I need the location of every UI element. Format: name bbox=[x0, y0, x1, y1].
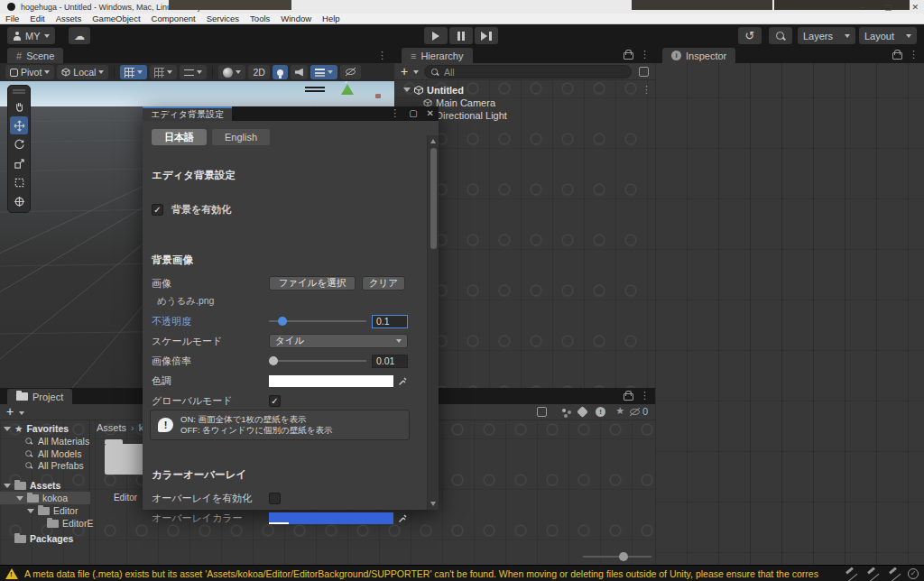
eyedropper-icon[interactable] bbox=[398, 376, 408, 386]
grid-snap-button[interactable] bbox=[120, 65, 147, 79]
tool-settings-button[interactable] bbox=[180, 65, 207, 79]
layers-dropdown[interactable]: Layers bbox=[798, 27, 855, 44]
dialog-scrollbar[interactable] bbox=[427, 135, 439, 510]
play-button[interactable] bbox=[424, 27, 448, 44]
rect-tool-button[interactable] bbox=[10, 173, 28, 191]
hierarchy-search[interactable] bbox=[424, 65, 632, 78]
tree-kokoa-selected[interactable]: kokoa bbox=[0, 492, 90, 504]
close-icon[interactable]: ✕ bbox=[911, 3, 919, 12]
lock-icon[interactable] bbox=[892, 52, 901, 60]
picker-icon[interactable] bbox=[639, 67, 649, 77]
image-scale-slider[interactable] bbox=[269, 360, 366, 362]
tint-color-field[interactable] bbox=[269, 375, 393, 387]
layout-dropdown[interactable]: Layout bbox=[859, 27, 917, 44]
burst-disabled-icon[interactable] bbox=[843, 567, 857, 580]
opacity-slider[interactable] bbox=[269, 320, 366, 322]
rotate-tool-button[interactable] bbox=[10, 135, 28, 153]
hierarchy-row-scene[interactable]: Untitled ⋮ bbox=[403, 83, 651, 97]
scroll-up-icon[interactable] bbox=[430, 139, 436, 143]
foldout-icon[interactable] bbox=[403, 88, 411, 92]
warnings-filter-icon[interactable]: ! bbox=[596, 407, 605, 417]
tree-editorbackground[interactable]: EditorE bbox=[47, 517, 93, 530]
scene-options-icon[interactable]: ⋮ bbox=[642, 84, 651, 96]
scale-mode-dropdown[interactable]: タイル bbox=[269, 334, 408, 348]
lock-icon[interactable] bbox=[624, 52, 632, 60]
add-object-button[interactable]: + bbox=[401, 64, 408, 78]
local-toggle-button[interactable]: Local bbox=[57, 65, 108, 79]
menu-help[interactable]: Help bbox=[317, 14, 346, 23]
dialog-close-icon[interactable]: ✕ bbox=[427, 108, 434, 118]
overlay-drag-handle[interactable] bbox=[13, 89, 25, 94]
effects-button[interactable] bbox=[310, 65, 337, 79]
increment-snap-button[interactable] bbox=[150, 65, 177, 79]
project-menu-icon[interactable]: ⋮ bbox=[640, 390, 650, 401]
step-button[interactable] bbox=[475, 27, 498, 44]
move-tool-button[interactable] bbox=[10, 116, 28, 134]
tab-scene[interactable]: # Scene bbox=[7, 48, 63, 63]
draw-mode-button[interactable] bbox=[218, 65, 245, 79]
pivot-toggle-button[interactable]: Pivot bbox=[5, 65, 54, 79]
status-bar[interactable]: ! A meta data file (.meta) exists but it… bbox=[0, 565, 924, 581]
overlay-enable-checkbox[interactable] bbox=[269, 493, 281, 504]
tree-assets[interactable]: Assets bbox=[4, 479, 60, 492]
favorite-all-materials[interactable]: All Materials bbox=[23, 435, 89, 447]
hierarchy-search-input[interactable] bbox=[444, 67, 597, 78]
scale-tool-button[interactable] bbox=[10, 154, 28, 172]
dialog-tab[interactable]: エディタ背景設定 bbox=[143, 106, 232, 121]
foldout-icon[interactable] bbox=[4, 427, 11, 431]
filter-by-label-icon[interactable] bbox=[577, 406, 588, 418]
image-scale-value-input[interactable] bbox=[372, 355, 408, 368]
y-axis-gizmo-icon[interactable] bbox=[341, 84, 354, 95]
scroll-down-icon[interactable] bbox=[430, 502, 436, 506]
dialog-maximize-icon[interactable]: ▢ bbox=[409, 108, 417, 118]
menu-component[interactable]: Component bbox=[146, 14, 201, 23]
menu-edit[interactable]: Edit bbox=[24, 14, 50, 23]
tab-hierarchy[interactable]: ≡ Hierarchy bbox=[402, 48, 473, 63]
foldout-icon[interactable] bbox=[27, 509, 34, 513]
choose-file-button[interactable]: ファイルを選択 bbox=[269, 276, 356, 290]
compile-status-icon[interactable]: ✓ bbox=[908, 568, 919, 579]
favorites-filter-icon[interactable]: ★ bbox=[615, 405, 624, 417]
auto-refresh-disabled-icon[interactable] bbox=[886, 567, 901, 580]
hidden-objects-button[interactable] bbox=[340, 65, 361, 79]
foldout-icon[interactable] bbox=[16, 496, 23, 501]
slider-knob[interactable] bbox=[619, 552, 628, 561]
scrollbar-thumb[interactable] bbox=[430, 148, 437, 249]
breadcrumb-assets[interactable]: Assets bbox=[97, 422, 126, 433]
create-asset-button[interactable]: + bbox=[6, 404, 14, 419]
menu-assets[interactable]: Assets bbox=[51, 14, 88, 23]
cloud-button[interactable]: ☁ bbox=[69, 27, 90, 44]
dialog-titlebar[interactable]: エディタ背景設定 ⋮ ▢ ✕ bbox=[143, 106, 439, 121]
clear-button[interactable]: クリア bbox=[362, 276, 405, 290]
status-warning-text[interactable]: A meta data file (.meta) exists but its … bbox=[24, 568, 818, 579]
lang-english-button[interactable]: English bbox=[212, 129, 270, 145]
overlay-color-field[interactable] bbox=[269, 512, 393, 524]
tree-editor[interactable]: Editor bbox=[27, 504, 78, 517]
tab-inspector[interactable]: i Inspector bbox=[662, 48, 735, 63]
opacity-value-input[interactable] bbox=[372, 315, 408, 328]
audio-toggle-button[interactable] bbox=[291, 65, 308, 79]
favorite-all-models[interactable]: All Models bbox=[23, 447, 81, 460]
transform-tool-button[interactable] bbox=[10, 192, 28, 210]
search-button[interactable] bbox=[769, 27, 792, 44]
slider-knob[interactable] bbox=[278, 317, 287, 326]
chevron-down-icon[interactable] bbox=[413, 70, 419, 74]
pause-button[interactable] bbox=[449, 27, 473, 44]
menu-file[interactable]: File bbox=[0, 14, 24, 23]
favorites-root[interactable]: ★ Favorites bbox=[4, 422, 69, 435]
slider-knob[interactable] bbox=[269, 356, 278, 365]
2d-toggle-button[interactable]: 2D bbox=[248, 65, 269, 79]
dialog-menu-icon[interactable]: ⋮ bbox=[390, 107, 400, 119]
tree-packages[interactable]: Packages bbox=[14, 532, 73, 545]
menu-services[interactable]: Services bbox=[201, 14, 245, 23]
maximize-icon[interactable]: ▢ bbox=[884, 3, 892, 12]
enable-background-checkbox[interactable]: ✓ bbox=[152, 204, 163, 216]
lang-japanese-button[interactable]: 日本語 bbox=[152, 129, 207, 145]
lighting-toggle-button[interactable] bbox=[273, 65, 288, 79]
domain-reload-disabled-icon[interactable] bbox=[864, 567, 879, 580]
global-mode-checkbox[interactable]: ✓ bbox=[269, 395, 281, 407]
hierarchy-menu-icon[interactable]: ⋮ bbox=[640, 49, 650, 60]
menu-tools[interactable]: Tools bbox=[245, 14, 275, 23]
favorite-all-prefabs[interactable]: All Prefabs bbox=[23, 459, 84, 472]
foldout-icon[interactable] bbox=[4, 484, 11, 488]
